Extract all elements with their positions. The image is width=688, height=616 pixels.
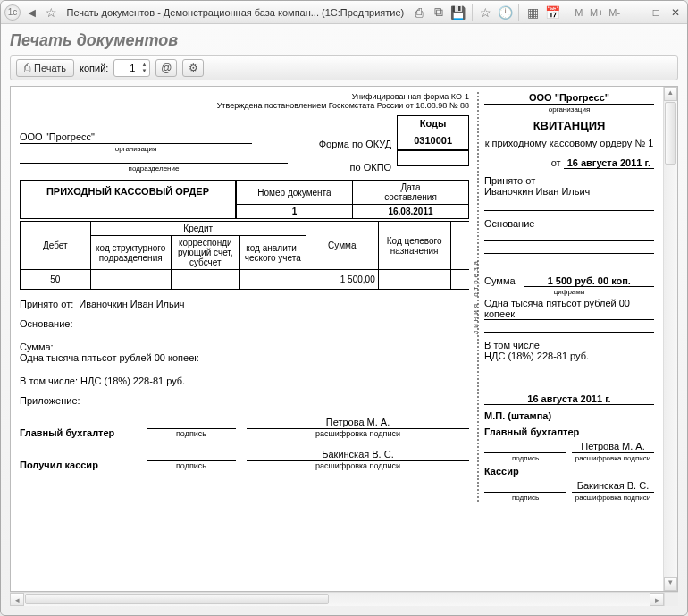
mem-mplus[interactable]: M+ <box>590 7 604 18</box>
attach-label: Приложение: <box>20 395 469 406</box>
r-date-value: 16 августа 2011 г. <box>564 157 654 169</box>
save-icon[interactable]: 💾 <box>450 4 466 21</box>
sign-sub: подпись <box>147 429 236 438</box>
r-sum-label: Сумма <box>484 275 516 287</box>
r-date-label: от <box>551 157 561 168</box>
horizontal-scrollbar[interactable]: ◂ ▸ <box>10 592 678 606</box>
maximize-button[interactable]: □ <box>648 5 664 20</box>
history-icon[interactable]: 🕘 <box>498 4 514 21</box>
calendar-icon[interactable]: 📅 <box>544 4 560 21</box>
cell-debit: 50 <box>21 270 91 290</box>
r-to-order: к приходному кассовому ордеру № 1 <box>484 138 654 148</box>
close-button[interactable]: ✕ <box>667 5 684 20</box>
col-analit: код аналити-ческого учета <box>239 236 306 270</box>
print-button[interactable]: ⎙ Печать <box>16 59 74 77</box>
cashier-recv-label: Получил кассир <box>20 460 136 470</box>
r-incl-label: В том числе <box>484 340 654 350</box>
scroll-up-icon[interactable]: ▴ <box>664 87 677 101</box>
r-accepted-value: Иваночкин Иван Ильич <box>484 186 654 198</box>
print-form: Унифицированная форма КО-1 Утверждена по… <box>20 92 654 502</box>
reason-label: Основание: <box>20 318 72 329</box>
printer-icon: ⎙ <box>24 62 30 74</box>
docnum-header: Номер документа <box>237 181 353 205</box>
separator <box>566 4 566 21</box>
form-approved: Утверждена постановлением Госкомстата Ро… <box>20 101 469 110</box>
vertical-scrollbar[interactable]: ▴ ▾ <box>663 87 677 591</box>
table-row: 50 1 500,00 <box>21 270 470 290</box>
codes-header: Коды <box>397 115 469 131</box>
order-title: ПРИХОДНЫЙ КАССОВЫЙ ОРДЕР <box>20 180 236 219</box>
decr-sub: расшифровка подписи <box>247 429 469 438</box>
r-cashier: Кассир <box>484 466 654 477</box>
copy-icon[interactable]: ⧉ <box>431 4 447 21</box>
chief-name: Петрова М. А. <box>247 417 469 429</box>
document-scroll[interactable]: Унифицированная форма КО-1 Утверждена по… <box>11 87 663 591</box>
scroll-thumb[interactable] <box>665 102 676 165</box>
col-credit: Кредит <box>90 222 306 236</box>
okpo-value <box>397 150 469 166</box>
app-icon: 1c <box>4 4 21 21</box>
accepted-label: Принято от: <box>20 299 73 309</box>
spin-down-icon[interactable]: ▼ <box>138 68 149 74</box>
r-cashier-name: Бакинская В. С. <box>572 480 654 493</box>
back-icon[interactable]: ◄ <box>24 4 40 21</box>
calc-icon[interactable]: ▦ <box>524 4 541 21</box>
separator <box>518 4 519 21</box>
date-header: Датасоставления <box>353 181 469 205</box>
sum-words: Одна тысяча пятьсот рублей 00 копеек <box>20 352 469 363</box>
r-chief-acc: Главный бухгалтер <box>484 426 654 437</box>
r-date2: 16 августа 2011 г. <box>484 393 654 405</box>
toolbar: ⎙ Печать копий: ▲ ▼ @ ⚙ <box>10 55 678 80</box>
receipt-title: КВИТАНЦИЯ <box>484 119 654 132</box>
org-name: ООО "Прогресс" <box>20 131 252 144</box>
settings-button[interactable]: ⚙ <box>182 59 204 77</box>
r-stamp: М.П. (штампа) <box>484 410 654 421</box>
col-corr: корреспонди рующий счет, субсчет <box>171 236 239 270</box>
sum-label: Сумма: <box>20 342 469 352</box>
r-sum-words: Одна тысяча пятьсот рублей 00 копеек <box>484 298 654 320</box>
minimize-button[interactable]: — <box>629 5 645 20</box>
form-code-label: Унифицированная форма КО-1 <box>20 92 469 101</box>
document-viewport: Унифицированная форма КО-1 Утверждена по… <box>10 86 678 592</box>
okpo-label: по ОКПО <box>350 162 392 173</box>
docnum-value: 1 <box>237 205 353 219</box>
scroll-left-icon[interactable]: ◂ <box>10 593 24 606</box>
scroll-down-icon[interactable]: ▾ <box>664 577 677 591</box>
docdate-value: 16.08.2011 <box>353 205 469 219</box>
cashier-name: Бакинская В. С. <box>247 449 469 461</box>
r-org-sub: организация <box>484 105 654 114</box>
r-incl-value: НДС (18%) 228-81 руб. <box>484 350 654 361</box>
r-sum-sub: цифрами <box>484 288 654 296</box>
okud-label: Форма по ОКУД <box>319 139 392 149</box>
okud-value: 0310001 <box>397 131 469 150</box>
data-grid: Дебет Кредит Сумма Код целевого назначен… <box>20 221 469 290</box>
col-sum: Сумма <box>306 222 378 270</box>
r-org-name: ООО "Прогресс" <box>484 92 654 105</box>
print-icon[interactable]: ⎙ <box>411 4 427 21</box>
col-struct: код структурного подразделения <box>90 236 171 270</box>
print-label: Печать <box>34 63 66 73</box>
copies-input[interactable] <box>114 63 138 73</box>
col-purpose: Код целевого назначения <box>378 222 450 270</box>
cell-sum: 1 500,00 <box>306 270 378 290</box>
content-area: Печать документов ⎙ Печать копий: ▲ ▼ @ … <box>1 24 687 615</box>
star-icon[interactable]: ☆ <box>44 4 60 21</box>
mem-mminus[interactable]: M- <box>608 7 622 18</box>
r-chief-name: Петрова М. А. <box>572 441 654 453</box>
copies-spinner[interactable]: ▲ ▼ <box>113 59 150 77</box>
col-debit: Дебет <box>21 222 91 270</box>
window-titlebar: 1c ◄ ☆ Печать документов - Демонстрацион… <box>1 1 687 24</box>
at-button[interactable]: @ <box>155 59 177 77</box>
favorite-icon[interactable]: ☆ <box>478 4 494 21</box>
r-sum-value: 1 500 руб. 00 коп. <box>524 275 654 287</box>
hscroll-thumb[interactable] <box>25 594 329 604</box>
spin-up-icon[interactable]: ▲ <box>138 62 149 68</box>
separator <box>472 4 473 21</box>
r-reason-label: Основание <box>484 218 654 229</box>
mem-m[interactable]: M <box>572 7 586 18</box>
page-title: Печать документов <box>10 31 678 50</box>
incl-label: В том числе: <box>20 376 78 386</box>
scroll-right-icon[interactable]: ▸ <box>650 593 664 606</box>
at-icon: @ <box>161 62 172 74</box>
settings-icon: ⚙ <box>189 62 198 74</box>
